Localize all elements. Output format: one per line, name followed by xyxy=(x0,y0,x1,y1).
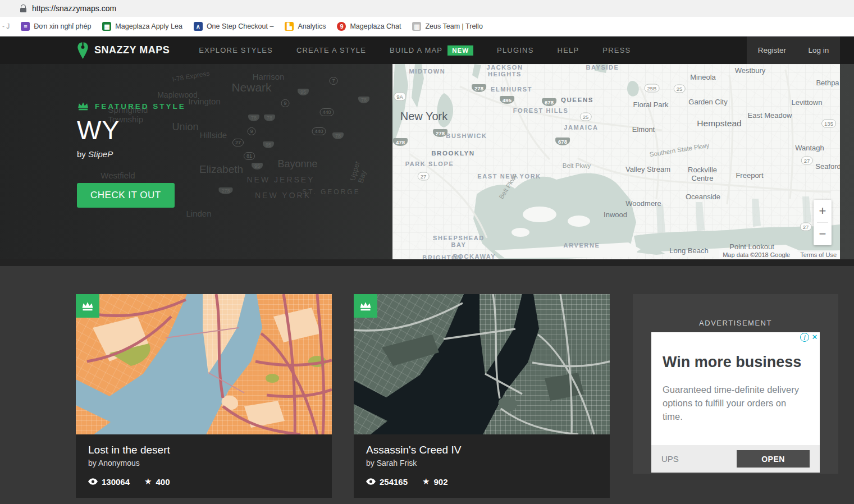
style-title[interactable]: Lost in the desert xyxy=(88,444,319,456)
ad-open-button[interactable]: OPEN xyxy=(737,450,810,468)
bookmark-forms[interactable]: ≡Đơn xin nghỉ phép xyxy=(15,20,97,33)
nav-item-create-a-style[interactable]: CREATE A STYLE xyxy=(296,46,366,54)
route-shield: 9A xyxy=(394,93,406,101)
ad-card[interactable]: i ✕ Win more business Guaranteed time-de… xyxy=(651,332,820,473)
ad-controls: i ✕ xyxy=(800,333,819,342)
ad-info-icon[interactable]: i xyxy=(800,333,809,342)
map-canvas xyxy=(392,64,840,259)
map-label: BROOKLYN xyxy=(431,150,475,157)
new-badge: NEW xyxy=(447,45,473,56)
ad-headline: Win more business xyxy=(663,354,809,371)
bookmark-label: Zeus Team | Trello xyxy=(425,22,482,30)
map-label: ELMHURST xyxy=(491,86,532,93)
browser-url-bar[interactable]: https://snazzymaps.com xyxy=(0,0,854,17)
hero-route-shield: 7 xyxy=(329,77,337,85)
hero-route-shield: 95 xyxy=(298,89,309,95)
nav-item-press[interactable]: PRESS xyxy=(602,46,631,54)
featured-style-title: WY xyxy=(77,115,186,145)
style-thumbnail[interactable] xyxy=(76,294,332,434)
favorites-stat: ★ 902 xyxy=(422,476,447,487)
ad-close-icon[interactable]: ✕ xyxy=(810,333,819,342)
bookmark-overflow[interactable]: - J xyxy=(2,22,10,30)
hero-route-shield: 81 xyxy=(244,152,255,160)
eye-icon xyxy=(88,478,98,485)
map-label: Long Beach xyxy=(669,246,708,255)
zoom-out-button[interactable]: − xyxy=(814,223,832,245)
map-label: ARVERNE xyxy=(564,242,600,249)
favorites-count: 400 xyxy=(156,477,170,487)
map-label: Floral Park xyxy=(633,100,669,109)
bookmark-label: Mageplaza Apply Lea xyxy=(115,22,182,30)
check-it-out-button[interactable]: CHECK IT OUT xyxy=(77,183,175,208)
author-name[interactable]: Anonymous xyxy=(98,459,140,468)
bookmark-chat[interactable]: 9Mageplaza Chat xyxy=(331,20,407,33)
hero-route-shield: 278 xyxy=(218,187,232,194)
nav-item-label: PRESS xyxy=(602,46,631,54)
style-title[interactable]: Assassin's Creed IV xyxy=(366,444,597,456)
style-thumbnail[interactable] xyxy=(354,294,610,434)
map-label: FOREST HILLS xyxy=(513,107,569,114)
hero-route-shield: 9 xyxy=(281,99,289,107)
nav-item-explore-styles[interactable]: EXPLORE STYLES xyxy=(199,46,273,54)
nav-item-label: HELP xyxy=(558,46,579,54)
checkout-icon: ∧ xyxy=(194,22,203,31)
route-shield: 27 xyxy=(801,157,813,165)
hero-map-label: Newark xyxy=(231,81,271,94)
bookmark-sheets[interactable]: ▦Mageplaza Apply Lea xyxy=(97,20,188,33)
featured-crown-badge xyxy=(76,294,99,318)
map-label: BUSHWICK xyxy=(446,132,487,139)
style-author[interactable]: by Sarah Frisk xyxy=(366,459,597,468)
byline-prefix: by xyxy=(77,149,88,159)
star-icon: ★ xyxy=(144,476,152,487)
nav-item-plugins[interactable]: PLUGINS xyxy=(497,46,533,54)
login-link[interactable]: Log in xyxy=(808,46,829,54)
map-label: MIDTOWN xyxy=(409,68,446,75)
hero-map-label: Harrison xyxy=(253,72,285,81)
featured-style-map[interactable]: MIDTOWNJACKSON HEIGHTSBAYSIDEWestburyMin… xyxy=(392,64,840,259)
eyebrow-label: FEATURED STYLE xyxy=(95,102,186,111)
bookmark-checkout[interactable]: ∧One Step Checkout – xyxy=(188,20,280,33)
nav-item-label: PLUGINS xyxy=(497,46,533,54)
hero-route-shield: 78 xyxy=(264,114,275,121)
author-prefix: by xyxy=(366,459,377,468)
map-label: Westbury xyxy=(735,66,766,75)
map-label: Wantagh xyxy=(795,144,824,152)
terms-of-use-link[interactable]: Terms of Use xyxy=(800,251,837,258)
style-author[interactable]: by Anonymous xyxy=(88,459,319,468)
ad-body: Guaranteed time-definite delivery option… xyxy=(663,383,809,424)
bookmark-analytics[interactable]: ▙Analytics xyxy=(279,20,331,33)
style-card-lost-in-the-desert: Lost in the desert by Anonymous 130064 ★… xyxy=(76,294,332,498)
featured-author[interactable]: StipeP xyxy=(88,149,113,159)
hero-route-shield: 95 xyxy=(263,141,274,148)
route-shield: 25 xyxy=(674,85,686,93)
map-label: SHEEPSHEAD BAY xyxy=(433,235,485,248)
map-label: Hempstead xyxy=(697,118,741,129)
bookmark-trello[interactable]: ▥Zeus Team | Trello xyxy=(407,20,488,33)
map-label: JACKSON HEIGHTS xyxy=(487,64,523,77)
map-label: Point Lookout xyxy=(729,242,774,251)
map-label: QUEENS xyxy=(561,97,593,103)
nav-item-build-a-map[interactable]: BUILD A MAPNEW xyxy=(390,45,473,56)
nav-item-label: BUILD A MAP xyxy=(390,46,442,54)
map-label: Elmont xyxy=(632,125,655,134)
zoom-in-button[interactable]: + xyxy=(814,200,832,222)
hero-route-shield: 27 xyxy=(232,139,244,146)
register-link[interactable]: Register xyxy=(758,46,786,54)
chat-icon: 9 xyxy=(337,22,346,31)
brand[interactable]: SNAZZY MAPS xyxy=(77,42,170,59)
author-name[interactable]: Sarah Frisk xyxy=(377,459,417,468)
nav-item-help[interactable]: HELP xyxy=(558,46,579,54)
views-stat: 254165 xyxy=(366,477,408,487)
advertisement-panel: ADVERTISEMENT i ✕ Win more business Guar… xyxy=(633,294,838,474)
hero-route-shield: 78 xyxy=(332,132,344,139)
map-label: Garden City xyxy=(688,98,727,106)
featured-crown-badge xyxy=(354,294,377,318)
bookmark-label: Mageplaza Chat xyxy=(350,22,401,30)
hero-map-background: HarrisonNewarkI-78 ExpressMaplewoodIrvin… xyxy=(0,64,392,259)
nav-item-label: CREATE A STYLE xyxy=(296,46,366,54)
sheets-icon: ▦ xyxy=(102,22,111,31)
hero-route-shield: 78 xyxy=(358,97,369,103)
style-card-info: Lost in the desert by Anonymous 130064 ★… xyxy=(76,434,332,498)
ssl-lock-icon[interactable] xyxy=(20,4,26,12)
url-text[interactable]: https://snazzymaps.com xyxy=(32,4,116,13)
